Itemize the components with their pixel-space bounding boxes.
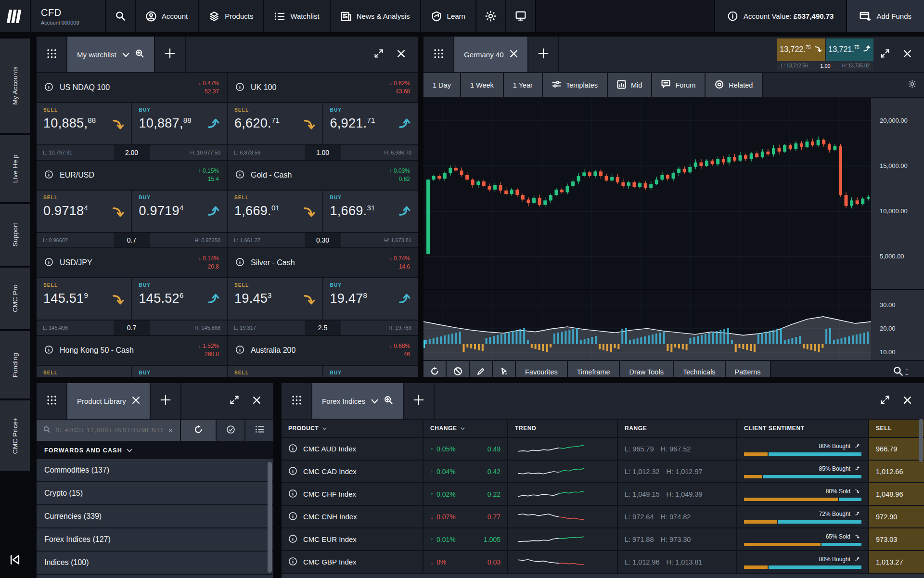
forex-row[interactable]: CMC CAD Index ↑ 0.04% 0.42 L: 1,012.32 H… (282, 461, 924, 482)
sell-button[interactable]: SELL 145.519 (37, 278, 131, 320)
instrument-name-row[interactable]: Hong Kong 50 - Cash ↓ 1.52%260.8 (37, 336, 227, 365)
maximize-icon[interactable] (880, 395, 890, 407)
product-cell[interactable]: CMC CAD Index (282, 461, 423, 482)
forum-button[interactable]: Forum (652, 73, 705, 97)
buy-button[interactable]: BUY (132, 366, 227, 377)
buy-button[interactable]: BUY 0.97194 (132, 191, 227, 232)
cmc-logo[interactable] (0, 0, 30, 32)
patterns-button[interactable]: Patterns (726, 361, 770, 377)
category-row[interactable]: Forex Indices (127) (37, 528, 273, 551)
instrument-name-row[interactable]: UK 100 ↓ 0.62%43.68 (228, 73, 418, 102)
account-value[interactable]: Account Value: £537,490.73 (715, 0, 846, 32)
sidebar-item-live-help[interactable]: Live Help (0, 135, 30, 202)
add-tab-button[interactable] (155, 37, 185, 72)
zoom-plus-minus[interactable]: +– (905, 368, 908, 376)
info-circle-icon[interactable] (235, 170, 244, 181)
chart-sell-button[interactable]: 13,722.75 (777, 39, 825, 61)
sell-button[interactable]: 966.79 (869, 438, 924, 460)
buy-button[interactable]: BUY 19.478 (323, 278, 418, 320)
mid-button[interactable]: Mid (608, 73, 651, 97)
category-row[interactable]: Crypto (15) (37, 482, 273, 504)
panel-drag-handle[interactable] (37, 383, 66, 419)
category-row[interactable]: Commodities (137) (37, 459, 273, 481)
forex-row[interactable]: CMC CHF Index ↑ 0.02% 0.22 L: 1,049.15 H… (282, 483, 924, 505)
close-icon[interactable] (253, 396, 261, 406)
info-circle-icon[interactable] (44, 170, 53, 181)
sidebar-item-cmc-pro[interactable]: CMC Pro (0, 268, 30, 329)
add-tab-button[interactable] (404, 383, 434, 419)
buy-button[interactable]: BUY 10,887,88 (132, 103, 227, 144)
info-circle-icon[interactable] (44, 257, 53, 269)
timeframe-button[interactable]: Timeframe (568, 361, 619, 377)
forex-row[interactable]: CMC CNH Index ↓ 0.07% 0.77 L: 972.64 H: … (282, 506, 924, 527)
sell-button[interactable]: SELL 19.453 (228, 278, 322, 320)
draw-tools-button[interactable]: Draw Tools (620, 361, 672, 377)
sidebar-collapse-button[interactable] (0, 546, 30, 575)
product-library-tab[interactable]: Product Library (67, 383, 150, 419)
add-funds-button[interactable]: Add Funds (847, 0, 924, 32)
templates-button[interactable]: Templates (543, 73, 607, 97)
info-circle-icon[interactable] (235, 345, 244, 356)
product-cell[interactable]: CMC EUR Index (282, 528, 423, 550)
timeframe-1week-button[interactable]: 1 Week (461, 73, 503, 97)
scrollbar-thumb[interactable] (919, 419, 923, 462)
nav-account[interactable]: Account (136, 0, 198, 32)
col-change[interactable]: CHANGE (424, 420, 507, 437)
pointer-button[interactable] (493, 361, 515, 377)
related-button[interactable]: Related (706, 73, 762, 97)
sell-button[interactable]: SELL 6,620.71 (228, 103, 322, 144)
chart-area[interactable]: 20,000.0015,000.0010,000.005,000.0030.00… (424, 98, 924, 360)
timeframe-1day-button[interactable]: 1 Day (424, 73, 460, 97)
sell-button[interactable]: 1,048.96 (869, 483, 924, 505)
info-circle-icon[interactable] (288, 466, 297, 477)
chevron-down-icon[interactable] (371, 397, 378, 405)
category-row[interactable]: Currencies (339) (37, 505, 273, 527)
sell-button[interactable]: 972.90 (869, 506, 924, 527)
chart-buy-button[interactable]: 13,721.75 (826, 39, 873, 61)
nav-products[interactable]: Products (199, 0, 263, 32)
instrument-name-row[interactable]: Gold - Cash ↑ 0.03%0.62 (228, 161, 418, 190)
info-circle-icon[interactable] (44, 82, 53, 93)
nav-news[interactable]: News & Analysis (331, 0, 420, 32)
sell-button[interactable]: SELL 1,669.01 (228, 191, 322, 232)
col-trend[interactable]: TREND (508, 420, 617, 437)
sell-button[interactable]: SELL (228, 366, 322, 377)
info-circle-icon[interactable] (235, 257, 244, 269)
draw-button[interactable] (470, 361, 492, 377)
product-cell[interactable]: CMC CNH Index (282, 506, 423, 527)
disable-drawings-button[interactable] (447, 361, 469, 377)
forex-row[interactable]: CMC EUR Index ↑ 0.01% 1.005 L: 971.88 H:… (282, 528, 924, 550)
col-range[interactable]: RANGE (618, 420, 736, 437)
col-client-sentiment[interactable]: CLIENT SENTIMENT (737, 420, 868, 437)
chart-tab-germany-40[interactable]: Germany 40 (454, 37, 527, 72)
add-tab-button[interactable] (151, 383, 180, 419)
timeframe-1year-button[interactable]: 1 Year (504, 73, 542, 97)
refresh-list-button[interactable] (181, 420, 216, 441)
info-circle-icon[interactable] (288, 444, 297, 454)
product-cell[interactable]: CMC AUD Index (282, 438, 423, 460)
nav-watchlist[interactable]: Watchlist (264, 0, 329, 32)
close-icon[interactable] (903, 50, 911, 60)
info-circle-icon[interactable] (288, 534, 297, 545)
col-product[interactable]: PRODUCT (282, 420, 423, 437)
forex-indices-tab[interactable]: Forex Indices (312, 383, 403, 419)
close-icon[interactable] (510, 50, 518, 59)
info-circle-icon[interactable] (288, 557, 297, 567)
refresh-button[interactable] (424, 361, 446, 377)
favourites-button[interactable]: Favourites (516, 361, 567, 377)
buy-button[interactable]: BUY 145.526 (132, 278, 227, 320)
info-circle-icon[interactable] (44, 345, 53, 356)
sell-button[interactable]: SELL (37, 366, 131, 377)
buy-button[interactable]: BUY (323, 366, 418, 377)
close-icon[interactable] (132, 396, 140, 406)
info-circle-icon[interactable] (288, 489, 297, 500)
chart-zoom-control[interactable]: +– (886, 366, 916, 377)
sell-button[interactable]: 973.03 (869, 528, 924, 550)
search-input[interactable] (55, 427, 163, 434)
chart-settings-gear-icon[interactable] (908, 80, 916, 90)
sidebar-item-support[interactable]: Support (0, 204, 30, 266)
add-tab-button[interactable] (528, 37, 558, 72)
zoom-search-icon[interactable] (135, 49, 144, 60)
sidebar-item-funding[interactable]: Funding (0, 331, 30, 398)
instrument-name-row[interactable]: US NDAQ 100 ↓ 0.47%52.37 (37, 73, 227, 102)
